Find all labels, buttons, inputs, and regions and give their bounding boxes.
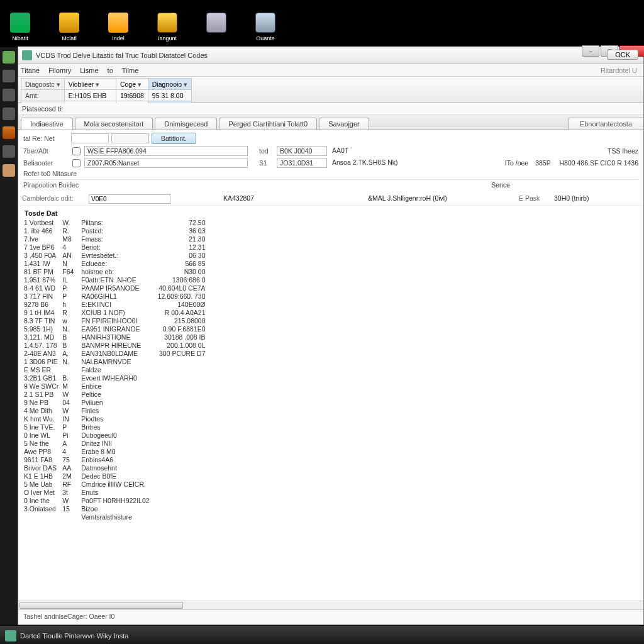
tab[interactable]: Dnimisgecesd: [155, 118, 217, 130]
table-row[interactable]: 9611 FA875Enbins4A6: [22, 455, 208, 464]
table-row[interactable]: 8-4 61 WDP.PAAMP IR5ANODE40.604L0 CE7A: [22, 284, 208, 292]
input-field[interactable]: [71, 133, 109, 143]
table-row[interactable]: 1 3D06 PIEN.NAl.BAMRNVDE: [22, 357, 208, 365]
dock-item[interactable]: [3, 89, 15, 101]
dock-item[interactable]: [3, 51, 15, 64]
taskbar[interactable]: Dartcé Tioulle Pinterwvn Wiky Insta: [0, 626, 644, 644]
taskbar-icon[interactable]: [5, 630, 16, 641]
kv-input[interactable]: [89, 194, 170, 204]
kv-value: &MAL J.Shlligenr:roH (0ivl): [368, 194, 511, 204]
table-row[interactable]: 1.951 87%ILF0attr:ETN .NHOE1306:686 0: [22, 275, 208, 284]
table-row[interactable]: Vemtsralsthisture: [22, 513, 208, 521]
toolbar-cell: Amt:: [21, 90, 65, 101]
desktop-icon[interactable]: [201, 13, 231, 42]
toolbar-cell: E:H10S EHB: [64, 90, 116, 101]
menu-item[interactable]: Lisme: [80, 67, 98, 74]
table-row[interactable]: K hmt Wu.INPiodtes: [22, 414, 208, 423]
table-row[interactable]: 1.4.57. 178BBANMPR HIREUNE200.1.008 0L: [22, 341, 208, 349]
table-row[interactable]: 3.Oniatsed15Bizoe: [22, 504, 208, 513]
checkbox[interactable]: [72, 159, 80, 167]
table-row[interactable]: 3.121. MDBHANIRH3TIONE30188 .008 IB: [22, 333, 208, 341]
tab-right[interactable]: Ebnortantectosta: [568, 118, 643, 130]
table-row[interactable]: 5 Ne theADnitez INIl: [22, 439, 208, 447]
menu-item[interactable]: Tilme: [122, 67, 138, 74]
toolbar-cell[interactable]: Coge: [116, 79, 148, 90]
desktop-icon[interactable]: Mclatl: [54, 13, 84, 42]
horizontal-scrollbar[interactable]: [18, 601, 643, 609]
menubar-status: Ritardotel U: [601, 67, 643, 74]
scrollbar-thumb[interactable]: [19, 602, 183, 609]
dock-item[interactable]: [3, 126, 15, 139]
table-row[interactable]: 3 ,450 F0AANEvrtesbetet.:06 30: [22, 251, 208, 259]
table-row[interactable]: E MS ERFaldze: [22, 365, 208, 374]
ok-button[interactable]: OCK: [607, 50, 638, 60]
table-row[interactable]: 1 VortbestW.Piitans:72.50: [22, 218, 208, 226]
table-row[interactable]: 9 We SWCrMEnbice: [22, 382, 208, 390]
value-text: AA0T: [330, 146, 462, 156]
table-row[interactable]: O Iver Met3tEnuts: [22, 488, 208, 496]
dock-item[interactable]: [3, 145, 15, 158]
table-row[interactable]: 1. ilte 466R.Postcd:36 03: [22, 226, 208, 235]
desktop-icon[interactable]: Iangunt: [152, 13, 182, 42]
table-row[interactable]: 3 717 FINPRA06GIHL112.609:660. 730: [22, 292, 208, 300]
table-row[interactable]: 9 Ne PB04Pviiuen: [22, 398, 208, 406]
table-row[interactable]: 81 BF PMF64hoisroe eb:N30 00: [22, 267, 208, 275]
icon-ico-b: [59, 13, 79, 33]
table-row[interactable]: 7.IveM8Fmass:21.30: [22, 235, 208, 243]
menu-item[interactable]: to: [108, 67, 113, 74]
table-row[interactable]: 9 1 tH IM4RXCIUB 1 NOF)R 00.4 A0A21: [22, 308, 208, 316]
icon-ico-e: [206, 13, 226, 33]
toolbar-cell[interactable]: Diagoostc: [21, 79, 65, 90]
toolbar-cell[interactable]: Vioblieer: [64, 79, 116, 90]
table-row[interactable]: 2 1 S1 PBWPeltice: [22, 390, 208, 398]
table-row[interactable]: 5 Me UabRFCmdrice illIlW CEICR: [22, 480, 208, 488]
icon-label: Nibatit: [5, 35, 35, 42]
desktop-icons: NibatitMclatlIndelIanguntOuante: [0, 13, 280, 42]
section-heading: Tosde Dat: [18, 206, 643, 218]
tab[interactable]: Indiaestive: [21, 118, 73, 130]
tab[interactable]: Perged Ciartihtiani Tolatt0: [219, 118, 317, 130]
table-row[interactable]: 4 Me DithWFinles: [22, 406, 208, 414]
table-row[interactable]: 0 Ine WLPiDubogeeul0: [22, 431, 208, 439]
icon-ico-c: [108, 13, 128, 33]
table-row[interactable]: 1.431 IWNEclueae:566 85: [22, 259, 208, 267]
dock-item[interactable]: [3, 164, 15, 177]
kv-grid: Camblerdaic odit: KA432807 &MAL J.Shllig…: [18, 193, 643, 206]
data-table: 1 VortbestW.Piitans:72.501. ilte 466R.Po…: [22, 218, 208, 521]
table-row[interactable]: 9278 B6hE:EKIINCI140E00Ø: [22, 300, 208, 308]
field-label: tal Re: Net: [23, 135, 69, 142]
value-field[interactable]: Z007.R05:Nanset: [84, 158, 248, 168]
tab[interactable]: Savaojger: [319, 118, 369, 130]
input-field[interactable]: [111, 133, 149, 143]
dock-item[interactable]: [3, 70, 15, 82]
checkbox[interactable]: [72, 147, 80, 155]
panel-label: Piatsecosd ti:: [18, 103, 643, 115]
tab[interactable]: Mola secostensitort: [75, 118, 153, 130]
dock-item[interactable]: [3, 108, 15, 120]
menu-item[interactable]: Filomry: [48, 67, 71, 74]
table-row[interactable]: Brivor DASAADatmosehnt: [22, 464, 208, 472]
field-label: S1: [259, 159, 274, 167]
minimize-button[interactable]: –: [582, 45, 599, 57]
content-area: tal Re: Net Batitiont. 7ber/A0t WSIE FFP…: [18, 130, 643, 625]
main-window: – ▢ ✕ VCDS Trod Delve Litastic fal Truc …: [18, 47, 644, 625]
table-row[interactable]: 2-40E AN3A.EAN31NB0LDAME300 PCURE D7: [22, 349, 208, 357]
taskbar-label[interactable]: Dartcé Tioulle Pinterwvn Wiky Insta: [20, 632, 128, 640]
desktop-icon[interactable]: Nibatit: [5, 13, 35, 42]
table-row[interactable]: K1 E 1HB2MDedec B0fE: [22, 472, 208, 480]
table-row[interactable]: 0 Ine theWPa0FT H0RHH922IL02: [22, 496, 208, 504]
table-row[interactable]: 5 Ine TVE.PBritres: [22, 423, 208, 431]
table-row[interactable]: 8.3 7F TINwFN FPIREIhHOO0I215.08000: [22, 316, 208, 325]
action-button[interactable]: Batitiont.: [152, 133, 196, 144]
table-row[interactable]: 7 1ve BP64Beriot:12.31: [22, 243, 208, 251]
value-field[interactable]: WSIE FFPA806.094: [84, 146, 248, 156]
table-row[interactable]: Awe PP84Erabe 8 M0: [22, 447, 208, 455]
menu-item[interactable]: Titane: [21, 67, 40, 74]
data-list[interactable]: 1 VortbestW.Piitans:72.501. ilte 466R.Po…: [18, 218, 643, 601]
table-row[interactable]: 3.2B1 GB1B.Evoert IWHEARH0: [22, 374, 208, 382]
desktop-icon[interactable]: Ouante: [250, 13, 280, 42]
toolbar: Diagoostc Vioblieer Coge Diagnooio Amt: …: [18, 77, 643, 103]
desktop-icon[interactable]: Indel: [103, 13, 133, 42]
toolbar-cell[interactable]: Diagnooio: [148, 79, 191, 90]
table-row[interactable]: 5.985 1H)N.EA951 INIGRANOE0.90 F.6881E0: [22, 325, 208, 333]
